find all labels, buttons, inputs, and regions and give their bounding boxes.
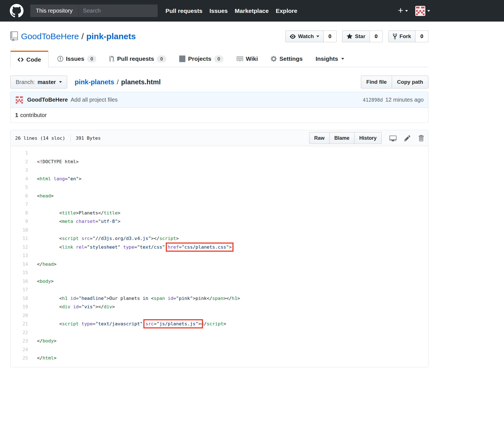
code-token: type bbox=[123, 244, 134, 250]
star-count[interactable]: 0 bbox=[370, 31, 383, 42]
branch-selector[interactable]: Branch: master bbox=[10, 76, 67, 88]
line-number[interactable]: 19 bbox=[11, 303, 28, 311]
line-number[interactable]: 22 bbox=[11, 328, 28, 337]
line-number[interactable]: 15 bbox=[11, 269, 28, 277]
code-line: 22 bbox=[11, 328, 428, 337]
star-button[interactable]: Star bbox=[342, 31, 370, 42]
line-number[interactable]: 17 bbox=[11, 286, 28, 294]
contributors-bar[interactable]: 1 contributor bbox=[10, 108, 428, 123]
open-in-desktop-button[interactable] bbox=[389, 135, 396, 142]
tab-settings-label: Settings bbox=[279, 55, 303, 62]
line-number[interactable]: 9 bbox=[11, 217, 28, 226]
commit-author-link[interactable]: GoodToBeHere bbox=[27, 97, 68, 103]
repo-tab-bar: Code Issues 0 Pull requests 0 Projects 0… bbox=[10, 51, 428, 67]
code-token: meta bbox=[62, 219, 73, 224]
line-number[interactable]: 5 bbox=[11, 183, 28, 192]
search-box[interactable]: This repository bbox=[30, 4, 158, 17]
watch-count[interactable]: 0 bbox=[324, 31, 337, 42]
code-line: 12 <link rel="stylesheet" type="text/css… bbox=[11, 243, 428, 252]
tab-pull-requests[interactable]: Pull requests 0 bbox=[105, 51, 171, 67]
breadcrumb-repo-link[interactable]: pink-planets bbox=[75, 78, 114, 86]
commit-author-avatar[interactable] bbox=[15, 96, 24, 104]
nav-marketplace[interactable]: Marketplace bbox=[235, 8, 269, 14]
chevron-down-icon bbox=[316, 36, 319, 37]
user-menu[interactable] bbox=[415, 6, 430, 16]
code-token: "pink" bbox=[176, 296, 193, 301]
code-text: </head> bbox=[28, 260, 57, 269]
copy-path-button[interactable]: Copy path bbox=[392, 76, 428, 88]
code-token bbox=[73, 244, 76, 250]
code-token: ></ bbox=[151, 236, 159, 241]
commit-message-link[interactable]: Add all project files bbox=[71, 97, 118, 103]
line-number[interactable]: 3 bbox=[11, 166, 28, 175]
line-number[interactable]: 4 bbox=[11, 175, 28, 183]
tab-issues[interactable]: Issues 0 bbox=[53, 51, 101, 67]
code-token: = bbox=[154, 321, 157, 326]
edit-file-button[interactable] bbox=[404, 135, 410, 142]
tab-settings[interactable]: Settings bbox=[266, 51, 307, 67]
line-number[interactable]: 16 bbox=[11, 277, 28, 286]
code-token: = bbox=[79, 304, 81, 309]
history-button[interactable]: History bbox=[354, 132, 382, 144]
code-text: <div id="vis"></div> bbox=[28, 303, 115, 311]
watch-button[interactable]: Watch bbox=[285, 31, 324, 42]
code-token: "js/planets.js" bbox=[157, 321, 198, 326]
tab-insights[interactable]: Insights bbox=[311, 51, 349, 67]
line-number[interactable]: 11 bbox=[11, 234, 28, 243]
trashcan-icon bbox=[418, 135, 424, 142]
line-number[interactable]: 20 bbox=[11, 311, 28, 320]
line-number[interactable]: 7 bbox=[11, 200, 28, 209]
create-new-menu[interactable]: + bbox=[398, 7, 408, 15]
line-number[interactable]: 8 bbox=[11, 209, 28, 218]
find-file-button[interactable]: Find file bbox=[361, 76, 392, 88]
user-avatar bbox=[415, 6, 425, 16]
code-token bbox=[79, 321, 81, 326]
repo-owner-link[interactable]: GoodToBeHere bbox=[21, 32, 79, 41]
file-header: 26 lines (14 sloc) 391 Bytes Raw Blame H… bbox=[11, 130, 428, 146]
code-text: <h1 id="headline">Our planets in <span i… bbox=[28, 294, 240, 303]
code-line: 18 <h1 id="headline">Our planets in <spa… bbox=[11, 294, 428, 303]
code-token: ></ bbox=[223, 296, 232, 301]
line-number[interactable]: 10 bbox=[11, 226, 28, 235]
line-number[interactable]: 13 bbox=[11, 251, 28, 260]
tab-code-label: Code bbox=[26, 56, 41, 63]
code-token bbox=[67, 296, 70, 301]
nav-explore[interactable]: Explore bbox=[276, 8, 297, 14]
delete-file-button[interactable] bbox=[418, 135, 424, 142]
code-text bbox=[28, 166, 37, 175]
github-logo[interactable] bbox=[10, 4, 24, 18]
line-number[interactable]: 14 bbox=[11, 260, 28, 269]
fork-button[interactable]: Fork bbox=[388, 31, 416, 42]
code-text: <body> bbox=[28, 277, 54, 286]
tab-code[interactable]: Code bbox=[10, 51, 48, 67]
line-number[interactable]: 18 bbox=[11, 294, 28, 303]
code-line: 19 <div id="vis"></div> bbox=[11, 303, 428, 311]
code-token: < bbox=[37, 176, 40, 181]
tab-wiki[interactable]: Wiki bbox=[232, 51, 262, 67]
line-number[interactable]: 25 bbox=[11, 354, 28, 363]
code-line: 11 <script src="//d3js.org/d3.v4.js"></s… bbox=[11, 234, 428, 243]
search-input[interactable] bbox=[78, 8, 158, 14]
tab-projects[interactable]: Projects 0 bbox=[175, 51, 228, 67]
line-number[interactable]: 23 bbox=[11, 337, 28, 346]
line-number[interactable]: 6 bbox=[11, 192, 28, 200]
line-number[interactable]: 21 bbox=[11, 320, 28, 328]
line-number[interactable]: 24 bbox=[11, 346, 28, 354]
breadcrumb: pink-planets/planets.html bbox=[75, 78, 161, 86]
nav-issues[interactable]: Issues bbox=[209, 8, 228, 14]
tab-insights-label: Insights bbox=[316, 55, 338, 62]
repo-name-link[interactable]: pink-planets bbox=[86, 32, 136, 41]
code-token: > bbox=[198, 321, 201, 326]
raw-button[interactable]: Raw bbox=[309, 132, 330, 144]
code-line: 23</body> bbox=[11, 337, 428, 346]
line-number[interactable]: 2 bbox=[11, 158, 28, 166]
line-number[interactable]: 1 bbox=[11, 149, 28, 158]
blame-button[interactable]: Blame bbox=[330, 132, 354, 144]
nav-pull-requests[interactable]: Pull requests bbox=[165, 8, 202, 14]
line-number[interactable]: 12 bbox=[11, 243, 28, 252]
fork-count[interactable]: 0 bbox=[416, 31, 428, 42]
commit-sha-link[interactable]: 412898d bbox=[363, 97, 383, 103]
code-token: script bbox=[62, 236, 79, 241]
gear-icon bbox=[271, 55, 277, 62]
code-text: <!DOCTYPE html> bbox=[28, 158, 79, 166]
